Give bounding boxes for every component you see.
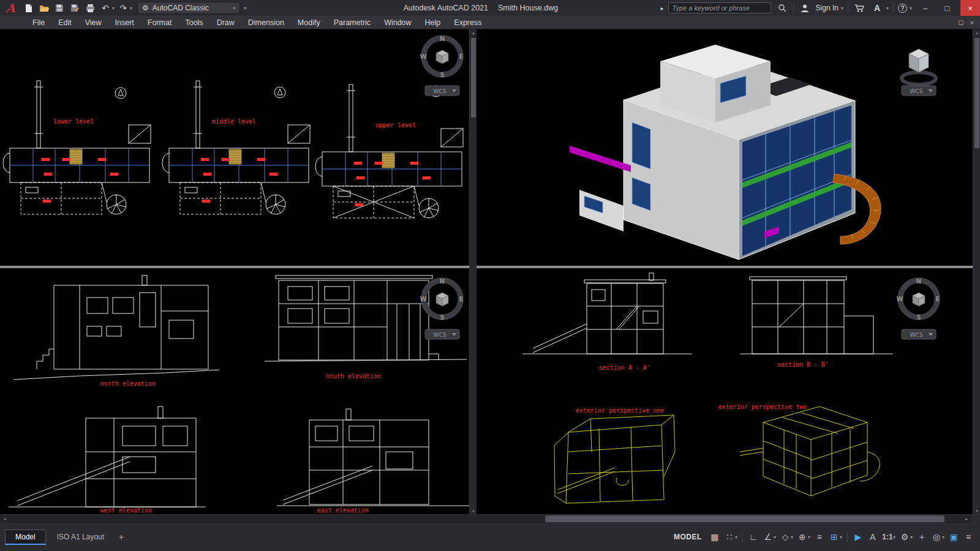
menu-window[interactable]: Window [377,16,418,29]
workspace-selector[interactable]: ⚙ AutoCAD Classic ▾ [137,2,240,14]
help-caret-icon[interactable]: ▾ [910,6,912,11]
store-caret-icon[interactable]: ▾ [886,6,889,11]
app-store-icon[interactable]: A [870,1,884,15]
section-label-b: section B - B' [777,361,829,368]
tab-model[interactable]: Model [5,530,46,545]
right-viewport-scrollbar[interactable]: ▲ ▼ [973,29,980,514]
menu-help[interactable]: Help [418,16,448,29]
store-button[interactable] [853,1,866,15]
menu-parametric[interactable]: Parametric [327,16,377,29]
clean-screen-icon[interactable]: ▣ [947,530,960,544]
workspace-gear-icon[interactable]: ⚙ [898,530,911,544]
redo-button[interactable]: ↷ [116,1,130,15]
elevations-canvas[interactable]: north elevation south elevation [0,268,469,515]
sign-in-caret-icon[interactable]: ▾ [841,6,843,11]
save-button[interactable] [53,1,66,15]
viewcube-3d[interactable] [902,49,936,84]
undo-caret-icon[interactable]: ▾ [112,6,115,11]
osnap-caret-icon[interactable]: ▾ [808,534,810,540]
help-button[interactable]: ? [898,4,907,13]
wcs-selector[interactable] [902,86,936,96]
undo-button[interactable]: ↶ [99,1,112,15]
scrollbar-thumb[interactable] [545,515,944,522]
search-input[interactable] [668,2,771,13]
menu-insert[interactable]: Insert [108,16,141,29]
scrollbar-thumb[interactable] [471,38,476,118]
scrollbar-thumb[interactable] [974,38,979,148]
maximize-button[interactable]: □ [938,0,956,16]
isolate-caret-icon[interactable]: ▾ [942,534,944,540]
menu-format[interactable]: Format [141,16,179,29]
snap-icon[interactable]: ∷ [723,530,736,544]
model-3d-canvas[interactable] [477,29,973,266]
menu-view[interactable]: View [78,16,108,29]
polar-tracking-icon[interactable]: ∠ [761,530,775,544]
title-bar-right: ▸ Sign In ▾ A ▾ ? ▾ – □ × [661,0,980,16]
open-file-button[interactable] [37,1,51,15]
sections-canvas[interactable]: section A - A' section B - B' exterior p… [477,268,973,515]
redo-caret-icon[interactable]: ▾ [130,6,132,11]
toolbar-overflow-icon[interactable]: ▾ [244,6,246,11]
polar-caret-icon[interactable]: ▾ [774,534,776,540]
dynamic-input-icon[interactable]: ⊞ [827,530,841,544]
sign-in-label[interactable]: Sign In [816,4,839,12]
menu-dimension[interactable]: Dimension [241,16,291,29]
grid-icon[interactable]: ▦ [708,530,722,544]
object-snap-icon[interactable]: ⊕ [796,530,809,544]
menu-edit[interactable]: Edit [51,16,78,29]
scrollbar-track[interactable] [10,515,962,523]
search-expand-icon[interactable]: ▸ [661,5,664,12]
wcs-selector[interactable] [425,86,459,96]
gear-icon: ⚙ [142,4,149,12]
object-isolate-icon[interactable]: ◎ [930,530,943,544]
save-as-button[interactable] [68,1,81,15]
customization-menu-icon[interactable]: ≡ [962,530,975,544]
horizontal-scrollbar[interactable]: ◄ ► [0,514,980,523]
viewport-3d-model[interactable] [477,29,973,266]
ortho-icon[interactable]: ∟ [747,530,760,544]
new-layout-button[interactable]: + [115,531,127,543]
menu-express[interactable]: Express [447,16,488,29]
doc-restore-button[interactable]: ◻ [958,18,963,26]
tab-iso-a1-layout[interactable]: ISO A1 Layout [47,530,114,544]
annotation-scale[interactable]: 1:1 [881,530,894,544]
viewport-plans[interactable]: N W S E WCS [0,29,469,266]
menu-modify[interactable]: Modify [291,16,327,29]
close-button[interactable]: × [960,0,980,16]
layout-tabs: Model ISO A1 Layout + [5,530,127,545]
scale-caret-icon[interactable]: ▾ [893,534,895,540]
viewcube[interactable] [896,278,940,321]
dyninput-caret-icon[interactable]: ▾ [840,534,842,540]
plans-canvas[interactable]: N W S E WCS [0,29,469,266]
new-file-button[interactable] [22,1,36,15]
search-button[interactable] [775,1,789,15]
menu-draw[interactable]: Draw [210,16,241,29]
selection-cycling-icon[interactable]: ▶ [851,530,865,544]
isodraft-icon[interactable]: ◇ [778,530,792,544]
lineweight-icon[interactable]: ≡ [813,530,826,544]
viewport-sections[interactable]: section A - A' section B - B' exterior p… [477,268,973,515]
menu-tools[interactable]: Tools [178,16,209,29]
north-arrow-symbol [274,87,285,98]
wcs-selector[interactable] [902,329,936,339]
viewcube[interactable] [420,278,463,321]
sign-in-button[interactable] [798,1,812,15]
viewport-elevations[interactable]: north elevation south elevation [0,268,469,515]
doc-close-button[interactable]: × [970,19,974,26]
annotation-add-icon[interactable]: + [915,530,929,544]
autocad-logo-icon[interactable]: A [0,0,21,16]
minimize-button[interactable]: – [916,0,934,16]
gear-caret-icon[interactable]: ▾ [910,534,913,540]
plot-button[interactable] [83,1,97,15]
snap-caret-icon[interactable]: ▾ [735,534,737,540]
annotation-visibility-icon[interactable]: A [866,530,880,544]
viewcube[interactable] [420,36,463,78]
isodraft-caret-icon[interactable]: ▾ [791,534,793,540]
section-b: section B - B' [740,277,893,368]
left-viewport-scrollbar[interactable]: ▲ ▼ [469,29,477,514]
scroll-right-icon: ► [962,515,971,523]
wcs-selector[interactable] [425,329,459,339]
viewport-divider[interactable] [0,266,980,268]
model-space-indicator[interactable]: MODEL [674,533,702,541]
menu-file[interactable]: File [26,16,51,29]
